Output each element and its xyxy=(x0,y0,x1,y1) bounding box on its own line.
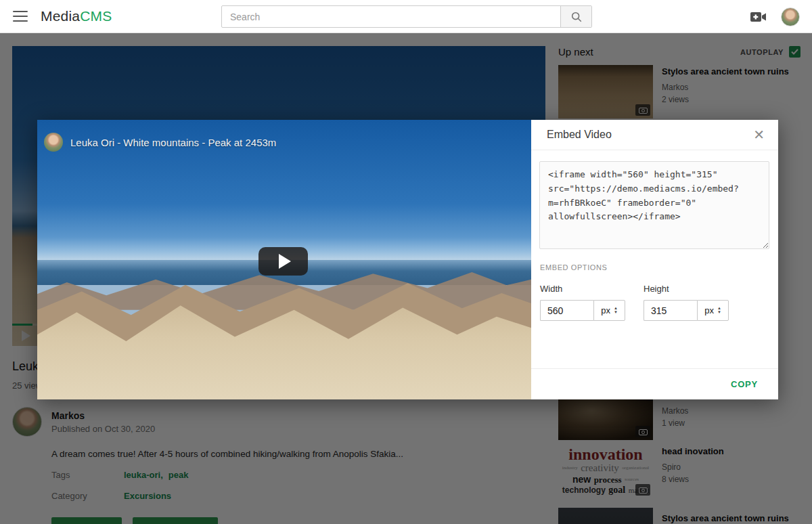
top-bar: MediaCMS xyxy=(0,0,812,33)
width-unit-value: px xyxy=(601,305,610,315)
height-input[interactable] xyxy=(644,300,697,321)
copy-button[interactable]: COPY xyxy=(731,379,758,389)
height-label: Height xyxy=(644,284,729,294)
app-logo[interactable]: MediaCMS xyxy=(41,8,112,24)
spinner-arrows-icon: ▲▼ xyxy=(717,307,721,314)
width-unit-select[interactable]: px ▲▼ xyxy=(593,300,625,321)
play-icon xyxy=(279,254,291,269)
logo-media-text: Media xyxy=(41,8,80,24)
width-input[interactable] xyxy=(540,300,593,321)
search-bar xyxy=(221,5,592,28)
search-input[interactable] xyxy=(222,6,560,27)
search-icon xyxy=(570,11,583,23)
embed-dialog: Embed Video ✕ <iframe width="560" height… xyxy=(531,120,778,399)
play-button[interactable] xyxy=(258,247,308,276)
dialog-title: Embed Video xyxy=(547,129,612,141)
embed-modal: Leuka Ori - White mountains - Peak at 24… xyxy=(37,120,778,399)
close-icon[interactable]: ✕ xyxy=(750,125,767,144)
height-unit-select[interactable]: px ▲▼ xyxy=(697,300,729,321)
preview-author-avatar[interactable] xyxy=(44,133,63,152)
width-label: Width xyxy=(540,284,625,294)
embed-preview-player[interactable]: Leuka Ori - White mountains - Peak at 24… xyxy=(37,120,531,399)
height-unit-value: px xyxy=(704,305,714,315)
user-avatar[interactable] xyxy=(781,7,800,26)
logo-cms-text: CMS xyxy=(80,8,112,24)
menu-icon[interactable] xyxy=(13,11,28,22)
preview-video-title[interactable]: Leuka Ori - White mountains - Peak at 24… xyxy=(70,137,276,148)
embed-options-label: EMBED OPTIONS xyxy=(540,263,607,271)
page: Leuka Ori - White mountains - Peak at 24… xyxy=(0,0,812,524)
spinner-arrows-icon: ▲▼ xyxy=(614,307,618,314)
add-media-icon[interactable] xyxy=(750,10,767,24)
embed-code-textarea[interactable]: <iframe width="560" height="315" src="ht… xyxy=(539,161,769,249)
search-button[interactable] xyxy=(560,6,591,27)
